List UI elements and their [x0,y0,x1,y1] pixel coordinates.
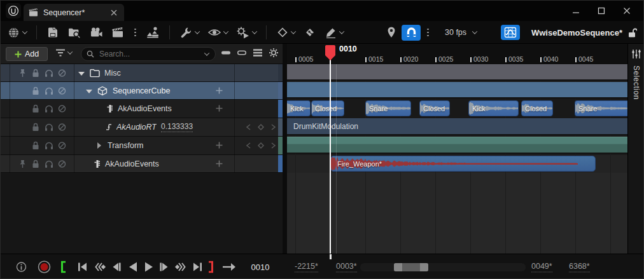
expand-caret-icon[interactable] [78,71,85,75]
add-key-icon[interactable] [257,142,265,149]
mute-ban-icon[interactable] [58,160,66,168]
prev-key-icon[interactable] [245,142,253,149]
lock-icon[interactable] [32,69,39,78]
audio-clip-closed[interactable]: Closed [521,100,553,116]
curve-editor-button[interactable] [501,25,520,40]
sequence-name[interactable]: WwiseDemoSequence* [531,28,622,37]
playback-range-end-field[interactable]: 0049* [531,262,552,273]
filter-button[interactable] [55,48,72,57]
minimize-button[interactable] [563,1,589,21]
set-playback-start-button[interactable] [60,261,66,273]
play-button[interactable] [143,261,155,273]
save-asset-button[interactable] [45,24,60,41]
transform-section-bar[interactable] [287,137,627,154]
playback-range-start-field[interactable]: 0003* [336,262,357,273]
track-row-misc[interactable]: Misc [1,64,283,82]
next-key-button[interactable] [175,262,186,272]
play-reverse-button[interactable] [127,261,139,273]
tab-sequencer[interactable]: Sequencer* [24,4,124,21]
rtpc-section-bar[interactable]: DrumKitModulation [287,118,627,135]
clapperboard-render-button[interactable] [110,24,126,41]
gear-icon[interactable] [269,48,279,58]
next-key-icon[interactable] [269,123,277,131]
edit-pencil-button[interactable] [323,24,345,41]
jump-to-end-button[interactable] [192,262,203,272]
audio-clip-closed[interactable]: Closed [419,100,450,116]
lock-icon[interactable] [32,86,39,95]
jump-forward-icon[interactable] [222,262,236,271]
info-icon[interactable] [16,262,27,273]
mute-ban-icon[interactable] [58,86,66,95]
track-row-transform[interactable]: Transform [1,137,283,155]
audio-clip-kick[interactable]: Kick [287,100,311,116]
search-box[interactable] [81,47,216,61]
camera-button[interactable] [88,24,104,41]
add-section-button[interactable] [216,85,223,97]
view-options-eye-button[interactable] [206,24,229,41]
fps-dropdown[interactable]: 30 fps [445,24,477,41]
timeline-panel[interactable]: DrumKitModulation KickClosedSnareClosedK… [287,44,627,254]
list-view-icon[interactable] [253,48,263,57]
headphones-icon[interactable] [45,86,53,95]
add-track-button[interactable]: Add [6,47,48,61]
headphones-icon[interactable] [45,105,53,113]
render-options-dots-icon[interactable] [132,29,139,37]
lock-icon[interactable] [32,160,39,168]
prev-key-icon[interactable] [245,123,253,131]
audio-clip-snare[interactable]: Snare [575,100,627,116]
track-row-akaudiortpc[interactable]: AkAudioRT 0.133333 [1,118,283,137]
timeline-ruler[interactable]: 00050015002000250030003500400045 [287,44,627,64]
world-dropdown-button[interactable] [6,24,28,41]
lock-icon[interactable] [32,123,39,132]
scrollbar-thumb[interactable] [394,263,428,271]
jump-to-start-button[interactable] [77,262,88,272]
audio-clip-closed[interactable]: Closed [311,100,344,116]
search-input[interactable] [98,49,199,59]
track-row-sequencercube[interactable]: SequencerCube [1,82,283,100]
track-row-akaudioevents[interactable]: AkAudioEvents [1,100,283,118]
outline-view-icon[interactable] [237,48,247,57]
expand-caret-icon[interactable] [86,89,92,93]
set-playback-end-button[interactable] [208,261,214,273]
keyframe-options-button[interactable] [275,24,297,41]
misc-section-bar[interactable] [287,64,627,81]
add-section-button[interactable] [216,140,223,151]
headphones-icon[interactable] [45,123,53,132]
mute-ban-icon[interactable] [58,105,66,113]
settings-wrench-button[interactable] [178,24,200,41]
browse-folder-button[interactable] [66,24,82,41]
maximize-button[interactable] [589,1,614,21]
rtpc-value-field[interactable]: 0.133333 [161,122,193,132]
unreal-engine-logo-icon[interactable] [6,3,21,18]
headphones-icon[interactable] [45,160,53,168]
lock-icon[interactable] [32,141,39,150]
pin-icon[interactable] [18,69,27,78]
snap-options-dots-icon[interactable] [424,29,431,37]
tab-close-icon[interactable] [109,8,119,18]
selection-side-tab[interactable]: Selection [627,44,644,254]
snap-magnet-button[interactable] [402,25,421,41]
audio-clip-fire-weapon[interactable]: Fire_Weapon* [330,156,596,172]
headphones-icon[interactable] [45,142,53,150]
playback-options-button[interactable] [235,24,258,41]
actor-sequence-button[interactable] [144,24,161,41]
track-row-akaudioevents2[interactable]: AkAudioEvents [1,155,283,173]
working-range-end-field[interactable]: 6368* [569,262,590,273]
timeline-scrollbar[interactable] [360,263,526,271]
unlocked-icon[interactable] [627,27,637,38]
next-key-icon[interactable] [269,142,277,149]
mute-ban-icon[interactable] [58,69,66,77]
current-frame-field[interactable]: 0010 [245,262,276,272]
previous-key-button[interactable] [94,262,106,272]
playhead-line[interactable] [330,59,331,254]
add-section-button[interactable] [216,103,223,114]
collapse-caret-icon[interactable] [97,142,101,149]
audio-clip-kick[interactable]: Kick [468,100,519,116]
sequencercube-section-bar[interactable] [287,82,627,99]
pin-icon[interactable] [18,160,27,168]
panel-splitter[interactable] [283,44,287,254]
compact-view-icon[interactable] [221,48,231,57]
headphones-icon[interactable] [45,69,53,77]
working-range-start-field[interactable]: -2215* [295,262,318,273]
close-button[interactable] [614,1,640,21]
